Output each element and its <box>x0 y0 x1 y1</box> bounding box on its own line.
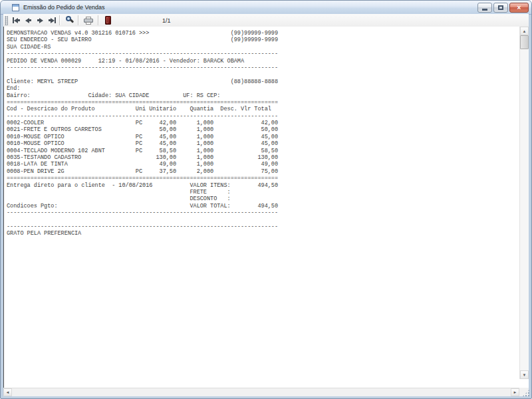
report-line: 0010-MOUSE OPTICO PC 45,00 1,000 45,00 <box>7 140 278 147</box>
report-line: Entrega direto para o cliente - 10/08/20… <box>7 182 278 189</box>
report-line: 0008-PEN DRIVE 2G PC 37,50 2,000 75,00 <box>7 168 278 175</box>
maximize-button[interactable] <box>493 3 508 13</box>
exit-door-icon <box>105 16 111 25</box>
report-line: 0035-TESTANDO CADASTRO 130,00 1,000 130,… <box>7 154 278 161</box>
next-page-button[interactable] <box>34 15 46 26</box>
horizontal-scrollbar[interactable]: ◄ ► <box>3 388 519 396</box>
minimize-icon <box>482 9 487 11</box>
report-line: FRETE : <box>7 189 278 196</box>
report-preview-area: DEMONSTRACAO VENDAS v4.0 301216 010716 >… <box>3 27 529 388</box>
report-line: 0004-TECLADO MODERNO 102 ABNT PC 58,50 1… <box>7 148 278 154</box>
maximize-icon <box>498 5 503 10</box>
scroll-down-button[interactable]: ▼ <box>520 370 529 379</box>
report-line: 0021-FRETE E OUTROS CARRETOS 50,00 1,000… <box>7 126 278 133</box>
toolbar-separator <box>98 15 99 25</box>
report-line: 0010-MOUSE OPTICO PC 45,00 1,000 45,00 <box>7 134 278 140</box>
report-line: Bairro: Cidade: SUA CIDADE UF: RS CEP: <box>7 92 278 99</box>
report-line <box>7 71 278 78</box>
report-line: SUA CIDADE-RS <box>7 44 278 51</box>
toolbar-separator <box>78 15 79 25</box>
toolbar-gripper[interactable] <box>5 16 8 25</box>
first-page-icon-tail <box>18 19 20 21</box>
first-page-button[interactable] <box>10 15 22 26</box>
previous-page-button[interactable] <box>22 15 34 26</box>
toolbar-separator <box>59 15 61 25</box>
minimize-button[interactable] <box>477 3 492 13</box>
titlebar[interactable]: Emissão do Pedido de Vendas × <box>1 1 531 15</box>
report-line: GRATO PELA PREFERENCIA <box>7 230 278 237</box>
report-line: ----------------------------------------… <box>7 113 278 120</box>
scroll-left-button[interactable]: ◄ <box>3 388 12 396</box>
scroll-down-icon: ▼ <box>523 373 527 377</box>
scroll-right-icon: ► <box>513 390 517 394</box>
window-icon <box>12 4 19 11</box>
magnifier-icon <box>65 16 74 25</box>
report-line: Cod - Descricao do Produto Uni Unitario … <box>7 106 278 112</box>
report-line: ----------------------------------------… <box>7 209 278 216</box>
toolbar: 1/1 <box>3 14 529 27</box>
report-line: ----------------------------------------… <box>7 65 278 71</box>
previous-page-icon-tail <box>29 19 31 21</box>
report-line: DESCONTO : <box>7 196 278 202</box>
report-line: ----------------------------------------… <box>7 223 278 230</box>
scroll-up-button[interactable]: ▲ <box>520 27 529 35</box>
report-line: Cliente: MERYL STREEP (88)88888-8888 <box>7 78 278 85</box>
close-button[interactable]: × <box>509 3 529 13</box>
printer-icon <box>84 17 93 25</box>
report-line: ----------------------------------------… <box>7 51 278 57</box>
vertical-scrollbar-thumb[interactable] <box>520 35 529 49</box>
page-left-edge <box>3 27 4 388</box>
last-page-icon <box>55 17 56 23</box>
last-page-button[interactable] <box>46 15 58 26</box>
window-title: Emissão do Pedido de Vendas <box>23 4 105 11</box>
report-line: ========================================… <box>7 99 278 106</box>
report-line: 0018-LATA DE TINTA 49,00 1,000 49,00 <box>7 161 278 168</box>
report-line <box>7 217 278 223</box>
scroll-up-icon: ▲ <box>523 29 527 33</box>
report-line: PEDIDO DE VENDA 000029 12:19 - 01/08/201… <box>7 58 278 65</box>
report-page: DEMONSTRACAO VENDAS v4.0 301216 010716 >… <box>7 30 278 237</box>
zoom-button[interactable] <box>62 15 76 26</box>
close-icon: × <box>517 5 521 11</box>
report-line: SEU ENDERECO - SEU BAIRRO (99)99999-9999 <box>7 37 278 43</box>
report-line: End: <box>7 85 278 92</box>
report-line: DEMONSTRACAO VENDAS v4.0 301216 010716 >… <box>7 30 278 37</box>
page-indicator: 1/1 <box>162 14 171 27</box>
exit-button[interactable] <box>100 15 115 26</box>
window: Emissão do Pedido de Vendas × <box>0 0 532 399</box>
scroll-right-button[interactable]: ► <box>511 388 519 396</box>
print-button[interactable] <box>80 15 96 26</box>
scroll-left-icon: ◄ <box>6 390 10 394</box>
report-line: 0002-COOLER PC 42,00 1,000 42,00 <box>7 120 278 126</box>
vertical-scrollbar[interactable]: ▲ ▼ <box>519 27 529 379</box>
report-line: ========================================… <box>7 175 278 182</box>
report-line: Condicoes Pgto: VALOR TOTAL: 494,50 <box>7 203 278 209</box>
next-page-icon <box>39 18 43 23</box>
